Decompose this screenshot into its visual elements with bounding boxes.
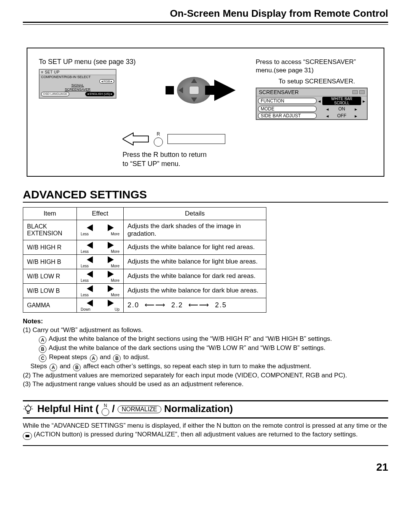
col-details: Details (124, 207, 266, 220)
press-access-caption: Press to access “SCREENSAVER” menu.(see … (256, 58, 372, 75)
table-item: W/B HIGH R (23, 240, 77, 254)
svg-point-1 (25, 406, 31, 411)
r-button-row: R (123, 131, 372, 147)
bulb-icon (23, 404, 33, 415)
svg-rect-2 (27, 411, 29, 414)
table-item: W/B HIGH B (23, 254, 77, 269)
table-effect: DownUp (77, 298, 124, 312)
notes-block: Notes: (1) Carry out “W/B” adjustment as… (23, 317, 388, 389)
table-effect: LessMore (77, 254, 124, 269)
table-details: 2.0 ⟵⟶ 2.2 ⟵⟶ 2.5 (124, 298, 266, 312)
screensaver-osd: SCREENSAVER FUNCTION ◂WHITE BAR SCROLL▸ … (256, 88, 368, 120)
table-item: W/B LOW B (23, 283, 77, 298)
advanced-settings-heading: ADVANCED SETTINGS (23, 188, 388, 203)
dpad-illustration (153, 77, 248, 104)
table-item: BLACKEXTENSION (23, 220, 77, 240)
table-effect: LessMore (77, 269, 124, 283)
svg-line-4 (24, 406, 25, 407)
diagram-box: To SET UP menu (see page 33) ≡ SET UP CO… (27, 48, 384, 177)
helpful-hint-heading: Helpful Hint ( N / NORMALIZE Normalizati… (23, 400, 388, 419)
r-letter: R (154, 131, 163, 137)
back-arrow-icon (123, 132, 149, 146)
table-details: Adjusts the white balance for dark blue … (124, 283, 266, 298)
table-effect: LessMore (77, 240, 124, 254)
table-effect: LessMore (77, 283, 124, 298)
col-effect: Effect (77, 207, 124, 220)
normalize-pill: NORMALIZE (118, 406, 161, 413)
right-arrow-icon (214, 80, 236, 101)
r-button-icon (154, 137, 163, 147)
svg-line-5 (31, 406, 32, 407)
col-item: Item (23, 207, 77, 220)
setup-osd-title: ≡ SET UP (40, 70, 116, 75)
n-button-icon: N (102, 403, 109, 416)
table-item: W/B LOW R (23, 269, 77, 283)
action-button-icon (23, 432, 32, 440)
table-details: Adjusts the white balance for light red … (124, 240, 266, 254)
page-header: On-Screen Menu Display from Remote Contr… (23, 8, 388, 23)
table-details: Adjusts the dark shades of the image in … (124, 220, 266, 240)
page-number: 21 (23, 461, 388, 473)
r-caption: Press the R button to return to “SET UP”… (123, 150, 372, 168)
setup-osd: ≡ SET UP COMPONENT/RGB-IN SELECT RGB SIG… (39, 69, 116, 99)
helpful-hint-body: While the “ADVANCED SETTINGS” menu is di… (23, 422, 388, 446)
to-setup-caption: To setup SCREENSAVER. (279, 78, 372, 85)
svg-marker-0 (123, 133, 148, 145)
advanced-settings-table: Item Effect Details BLACKEXTENSIONLessMo… (23, 207, 266, 313)
setup-caption: To SET UP menu (see page 33) (39, 58, 145, 66)
blank-box (167, 134, 225, 144)
table-details: Adjusts the white balance for light blue… (124, 254, 266, 269)
table-item: GAMMA (23, 298, 77, 312)
table-effect: LessMore (77, 220, 124, 240)
table-details: Adjusts the white balance for dark red a… (124, 269, 266, 283)
